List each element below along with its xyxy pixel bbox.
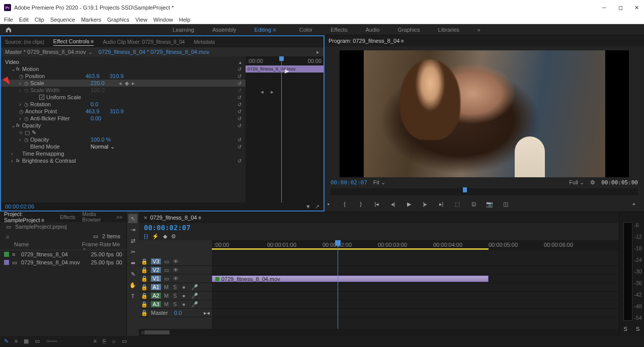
- timeline-playhead[interactable]: [338, 240, 338, 329]
- workspace-color[interactable]: Color: [299, 27, 312, 33]
- export-frame-button[interactable]: 📷: [486, 200, 494, 208]
- lane-a3[interactable]: [212, 300, 619, 309]
- tab-effects[interactable]: Effects: [60, 215, 75, 220]
- brightness-twisty[interactable]: ›: [11, 158, 16, 164]
- workspace-libraries[interactable]: Libraries: [438, 27, 459, 33]
- opacity-val-twisty[interactable]: ›: [19, 136, 24, 143]
- freeform-view-icon[interactable]: ▭: [35, 338, 40, 344]
- track-lock-icon[interactable]: 🔒: [141, 258, 148, 265]
- mask-rect-icon[interactable]: ▢: [25, 129, 30, 136]
- rotation-stopwatch[interactable]: ◷: [24, 102, 30, 107]
- tab-effect-controls[interactable]: Effect Controls ≡: [53, 38, 94, 46]
- pen-tool[interactable]: ✎: [128, 269, 137, 279]
- button-editor[interactable]: +: [630, 200, 638, 208]
- snap-icon[interactable]: ⁅⁆: [144, 233, 148, 240]
- program-settings-icon[interactable]: ⚙: [590, 179, 595, 186]
- program-resolution-dropdown[interactable]: Full ⌄: [569, 179, 584, 186]
- menu-sequence[interactable]: Sequence: [50, 17, 75, 23]
- lift-button[interactable]: ⬚: [453, 200, 461, 208]
- track-mute-icon[interactable]: M: [164, 293, 170, 299]
- workspace-assembly[interactable]: Assembly: [212, 27, 236, 33]
- kf-next[interactable]: ▸: [132, 80, 135, 87]
- motion-twisty[interactable]: ⌄: [11, 66, 16, 73]
- workspace-effects[interactable]: Effects: [331, 27, 347, 33]
- brightness-fx-icon[interactable]: fx: [16, 158, 22, 163]
- blend-mode-dropdown[interactable]: Normal ⌄: [91, 144, 115, 150]
- scale-stopwatch[interactable]: ◷: [24, 81, 30, 86]
- opacity-twisty[interactable]: ⌄: [11, 122, 16, 129]
- program-scrubber-head[interactable]: [463, 187, 467, 192]
- menu-graphics[interactable]: Graphics: [107, 17, 129, 23]
- project-search-input[interactable]: [14, 233, 89, 239]
- track-lock-icon[interactable]: 🔒: [141, 310, 148, 316]
- tab-overflow[interactable]: >>: [116, 215, 122, 220]
- scale-value[interactable]: 220.0: [91, 80, 115, 86]
- close-seq-icon[interactable]: ×: [144, 215, 147, 221]
- ec-playhead[interactable]: [281, 56, 282, 202]
- menu-clip[interactable]: Clip: [35, 17, 44, 23]
- track-lock-icon[interactable]: 🔒: [141, 284, 148, 291]
- opacity-stopwatch[interactable]: ◷: [24, 137, 30, 143]
- program-monitor[interactable]: [340, 50, 629, 177]
- new-bin-icon[interactable]: ▭: [122, 338, 127, 344]
- track-eye-icon[interactable]: 👁: [173, 275, 179, 282]
- track-output-icon[interactable]: ▭: [164, 275, 170, 282]
- motion-reset[interactable]: ↺: [237, 66, 242, 72]
- sequence-name[interactable]: 0729_fitness_8_04 ≡: [150, 215, 201, 221]
- lane-v1[interactable]: 0729_fitness_8_04.mov: [212, 274, 619, 283]
- track-voice-icon[interactable]: ●: [182, 301, 188, 307]
- track-a1[interactable]: A1: [151, 284, 161, 290]
- track-mic-icon[interactable]: 🎤: [191, 284, 197, 291]
- rotation-reset[interactable]: ↺: [237, 102, 242, 107]
- rotation-value[interactable]: 0.0: [91, 101, 115, 107]
- track-a2[interactable]: A2: [151, 293, 161, 299]
- col-frame-rate[interactable]: Frame Rate ⌃: [82, 241, 112, 250]
- track-voice-icon[interactable]: ●: [182, 293, 188, 299]
- anchor-x[interactable]: 463.9: [86, 108, 110, 114]
- track-mic-icon[interactable]: 🎤: [191, 293, 197, 299]
- opacity-reset[interactable]: ↺: [237, 123, 242, 128]
- position-stopwatch[interactable]: ◷: [19, 74, 25, 79]
- track-v3[interactable]: V3: [151, 258, 161, 264]
- workspace-graphics[interactable]: Graphics: [398, 27, 420, 33]
- timeline-ruler[interactable]: :00:00 00:00:01:00 00:00:02:00 00:00:03:…: [212, 240, 619, 250]
- track-solo-icon[interactable]: S: [173, 293, 179, 299]
- track-lock-icon[interactable]: 🔒: [141, 267, 148, 273]
- antiflicker-value[interactable]: 0.00: [91, 115, 115, 121]
- go-to-in-button[interactable]: |◂: [373, 200, 381, 208]
- track-mute-icon[interactable]: M: [164, 284, 170, 290]
- ec-cam-icon[interactable]: ↗: [315, 203, 319, 210]
- maximize-button[interactable]: ◻: [617, 4, 624, 11]
- opacity-fx-icon[interactable]: fx: [16, 123, 22, 128]
- kf-nav-next[interactable]: ▸: [271, 89, 274, 95]
- scale-twisty[interactable]: ›: [19, 80, 24, 86]
- mask-pen-icon[interactable]: ✎: [32, 129, 36, 136]
- kf-prev[interactable]: ◂: [119, 80, 122, 87]
- timeline-clip[interactable]: 0729_fitness_8_04.mov: [212, 275, 489, 282]
- workspace-audio[interactable]: Audio: [365, 27, 379, 33]
- lane-master[interactable]: [212, 309, 619, 317]
- anchor-y[interactable]: 310.9: [110, 108, 134, 114]
- track-output-icon[interactable]: ▭: [164, 258, 170, 265]
- razor-tool[interactable]: ✂: [128, 247, 137, 256]
- menu-file[interactable]: File: [4, 17, 13, 23]
- zoom-slider[interactable]: ○──: [46, 338, 57, 344]
- lane-a1[interactable]: [212, 283, 619, 292]
- slip-tool[interactable]: ⬌: [128, 258, 137, 267]
- track-mic-icon[interactable]: 🎤: [191, 301, 197, 308]
- project-item-sequence[interactable]: ≡ 0729_fitness_8_04 25.00 fps 00: [0, 250, 126, 258]
- menu-window[interactable]: Window: [153, 17, 173, 23]
- folder-icon[interactable]: ▭: [93, 233, 98, 240]
- new-item-icon[interactable]: ✎: [4, 338, 9, 344]
- timeline-scrollbar[interactable]: ○: [139, 329, 619, 336]
- master-value[interactable]: 0.0: [174, 310, 182, 316]
- sort-icon[interactable]: ≡: [94, 338, 97, 344]
- time-remap-twisty[interactable]: ›: [11, 151, 16, 157]
- menu-help[interactable]: Help: [179, 17, 191, 23]
- marker-nav-icon[interactable]: ◆: [163, 233, 167, 240]
- tab-project[interactable]: Project: SampleProject ≡: [4, 211, 53, 223]
- track-eye-icon[interactable]: 👁: [173, 258, 179, 264]
- minimize-button[interactable]: ─: [601, 4, 608, 11]
- track-voice-icon[interactable]: ●: [182, 284, 188, 290]
- bin-icon[interactable]: ▭: [6, 224, 11, 230]
